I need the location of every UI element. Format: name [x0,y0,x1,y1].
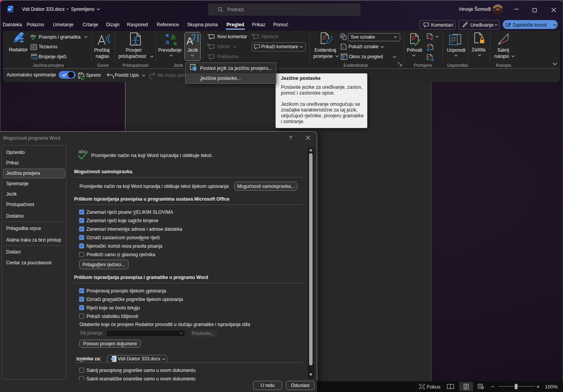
svg-text:abc: abc [30,34,36,38]
svg-text:w: w [8,7,11,11]
svg-text:A: A [186,35,193,45]
svg-text:W: W [111,358,114,360]
svg-text:a: a [166,38,169,45]
svg-text:あ: あ [171,34,176,40]
svg-text:123: 123 [32,56,38,60]
